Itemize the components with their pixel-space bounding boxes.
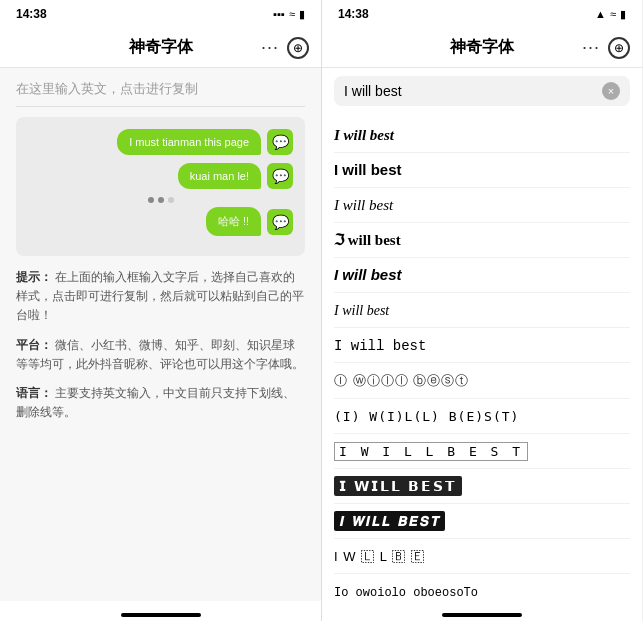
battery-icon: ▮ — [299, 8, 305, 21]
wechat-icon-3: 💬 — [267, 209, 293, 235]
right-nav-bar: 神奇字体 ··· ⊕ — [322, 28, 642, 68]
font-item-8[interactable]: Ⓘ ⓦⓘⓛⓛ ⓑⓔⓢⓣ — [334, 363, 630, 399]
font-text-8: Ⓘ ⓦⓘⓛⓛ ⓑⓔⓢⓣ — [334, 373, 469, 388]
left-home-indicator — [0, 601, 321, 621]
chat-dots-indicator — [28, 197, 293, 203]
chat-row-3: 哈哈 !! 💬 — [28, 207, 293, 236]
font-item-2[interactable]: I will best — [334, 153, 630, 188]
right-battery-icon: ▮ — [620, 8, 626, 21]
left-home-bar — [121, 613, 201, 617]
right-status-time: 14:38 — [338, 7, 369, 21]
left-status-icons: ▪▪▪ ≈ ▮ — [273, 8, 305, 21]
desc-label-3: 语言： — [16, 386, 52, 400]
desc-label-2: 平台： — [16, 338, 52, 352]
desc-content-3: 主要支持英文输入，中文目前只支持下划线、删除线等。 — [16, 386, 295, 419]
plus-icon: ⊕ — [293, 41, 303, 55]
font-text-1: I will best — [334, 127, 394, 143]
font-text-13: I W 🇱 L 🇧 🇪 — [334, 549, 425, 564]
desc-text-1: 提示： 在上面的输入框输入文字后，选择自己喜欢的样式，点击即可进行复制，然后就可… — [16, 268, 305, 326]
font-list-scroll[interactable]: I will best I will best I will best ℑ wi… — [322, 114, 642, 601]
left-nav-title: 神奇字体 — [129, 37, 193, 58]
desc-section-3: 语言： 主要支持英文输入，中文目前只支持下划线、删除线等。 — [16, 384, 305, 422]
left-nav-actions: ··· ⊕ — [261, 37, 309, 59]
font-text-2: I will best — [334, 161, 402, 178]
font-text-5: I will best — [334, 266, 402, 283]
right-more-button[interactable]: ··· — [582, 37, 600, 58]
left-more-button[interactable]: ··· — [261, 37, 279, 58]
chat-row-1: I must tianman this page 💬 — [28, 129, 293, 155]
font-list: I will best I will best I will best ℑ wi… — [322, 114, 642, 601]
font-item-7[interactable]: I will best — [334, 328, 630, 363]
font-item-9[interactable]: (I) W(I)L(L) B(E)S(T) — [334, 399, 630, 434]
chat-bubble-1: I must tianman this page — [117, 129, 261, 155]
left-scroll-content[interactable]: 在这里输入英文，点击进行复制 I must tianman this page … — [0, 68, 321, 601]
font-text-6: I will best — [334, 303, 389, 318]
font-text-4: ℑ will best — [334, 232, 401, 248]
right-nav-title: 神奇字体 — [450, 37, 514, 58]
left-status-bar: 14:38 ▪▪▪ ≈ ▮ — [0, 0, 321, 28]
font-item-6[interactable]: I will best — [334, 293, 630, 328]
right-status-bar: 14:38 ▲ ≈ ▮ — [322, 0, 642, 28]
right-nav-actions: ··· ⊕ — [582, 37, 630, 59]
font-text-11: 𝗜 𝗪𝗜𝗟𝗟 𝗕𝗘𝗦𝗧 — [334, 476, 462, 496]
dot-2 — [158, 197, 164, 203]
desc-label-1: 提示： — [16, 270, 52, 284]
desc-section-2: 平台： 微信、小红书、微博、知乎、即刻、知识星球等等均可，此外抖音昵称、评论也可… — [16, 336, 305, 374]
font-item-11[interactable]: 𝗜 𝗪𝗜𝗟𝗟 𝗕𝗘𝗦𝗧 — [334, 469, 630, 504]
chat-row-2: kuai man le! 💬 — [28, 163, 293, 189]
desc-section-1: 提示： 在上面的输入框输入文字后，选择自己喜欢的样式，点击即可进行复制，然后就可… — [16, 268, 305, 326]
chat-bubble-3: 哈哈 !! — [206, 207, 261, 236]
right-wifi-icon: ≈ — [610, 8, 616, 20]
chat-preview: I must tianman this page 💬 kuai man le! … — [16, 117, 305, 256]
wechat-logo-3: 💬 — [272, 214, 289, 230]
dot-1 — [148, 197, 154, 203]
right-home-bar — [442, 613, 522, 617]
font-item-10[interactable]: I W I L L B E S T — [334, 434, 630, 469]
desc-text-3: 语言： 主要支持英文输入，中文目前只支持下划线、删除线等。 — [16, 384, 305, 422]
wechat-logo: 💬 — [272, 134, 289, 150]
font-text-12: 𝙄 𝙒𝙄𝙇𝙇 𝘽𝙀𝙎𝙏 — [334, 511, 445, 531]
right-status-icons: ▲ ≈ ▮ — [595, 8, 626, 21]
font-text-3: I will best — [334, 197, 393, 213]
font-item-12[interactable]: 𝙄 𝙒𝙄𝙇𝙇 𝘽𝙀𝙎𝙏 — [334, 504, 630, 539]
font-item-1[interactable]: I will best — [334, 118, 630, 153]
wechat-logo-2: 💬 — [272, 168, 289, 184]
chat-bubble-2: kuai man le! — [178, 163, 261, 189]
font-item-13[interactable]: I W 🇱 L 🇧 🇪 — [334, 539, 630, 574]
font-text-10: I W I L L B E S T — [334, 442, 528, 461]
left-nav-bar: 神奇字体 ··· ⊕ — [0, 28, 321, 68]
desc-content-2: 微信、小红书、微博、知乎、即刻、知识星球等等均可，此外抖音昵称、评论也可以用这个… — [16, 338, 304, 371]
wifi-icon: ≈ — [289, 8, 295, 20]
right-home-indicator — [322, 601, 642, 621]
signal-icon: ▪▪▪ — [273, 8, 285, 20]
right-add-button[interactable]: ⊕ — [608, 37, 630, 59]
left-add-button[interactable]: ⊕ — [287, 37, 309, 59]
search-bar[interactable]: × — [334, 76, 630, 106]
search-input[interactable] — [344, 83, 596, 99]
right-signal-icon: ▲ — [595, 8, 606, 20]
font-item-3[interactable]: I will best — [334, 188, 630, 223]
left-phone-panel: 14:38 ▪▪▪ ≈ ▮ 神奇字体 ··· ⊕ 在这里输入英文，点击进行复制 … — [0, 0, 321, 621]
search-clear-button[interactable]: × — [602, 82, 620, 100]
font-item-4[interactable]: ℑ will best — [334, 223, 630, 258]
font-item-5[interactable]: I will best — [334, 258, 630, 293]
desc-text-2: 平台： 微信、小红书、微博、知乎、即刻、知识星球等等均可，此外抖音昵称、评论也可… — [16, 336, 305, 374]
font-item-14[interactable]: Io owoiolo oboeosoTo — [334, 574, 630, 601]
dot-3 — [168, 197, 174, 203]
wechat-icon-1: 💬 — [267, 129, 293, 155]
wechat-icon-2: 💬 — [267, 163, 293, 189]
input-hint-text: 在这里输入英文，点击进行复制 — [16, 80, 305, 107]
font-text-7: I will best — [334, 338, 426, 354]
font-text-9: (I) W(I)L(L) B(E)S(T) — [334, 409, 519, 424]
right-plus-icon: ⊕ — [614, 41, 624, 55]
font-text-14: Io owoiolo oboeosoTo — [334, 586, 478, 600]
left-status-time: 14:38 — [16, 7, 47, 21]
desc-content-1: 在上面的输入框输入文字后，选择自己喜欢的样式，点击即可进行复制，然后就可以粘贴到… — [16, 270, 304, 322]
right-phone-panel: 14:38 ▲ ≈ ▮ 神奇字体 ··· ⊕ × I will best I w… — [321, 0, 642, 621]
